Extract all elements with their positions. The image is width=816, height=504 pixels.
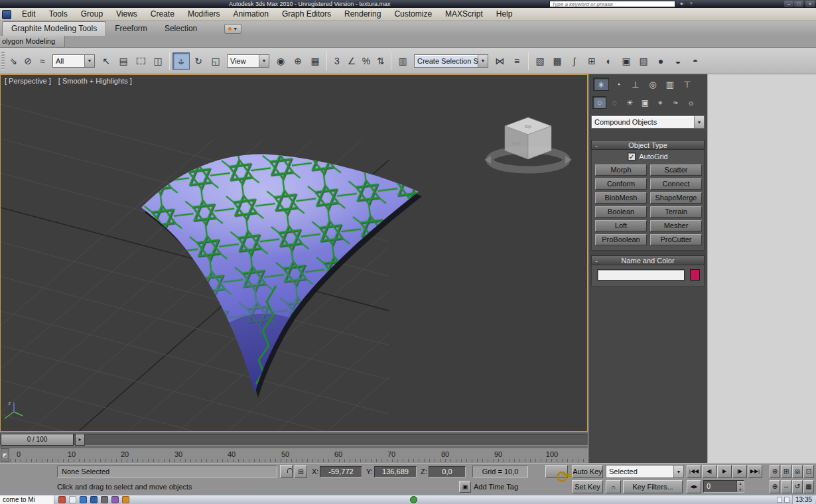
category-helpers[interactable]: ⌖ <box>653 96 667 109</box>
select-and-rotate-button[interactable]: ↻ <box>190 52 207 70</box>
taskbar-app-icon[interactable] <box>122 496 129 503</box>
procutter-button[interactable]: ProCutter <box>650 234 702 245</box>
menu-customize[interactable]: Customize <box>387 8 439 21</box>
next-frame-button[interactable]: |▶ <box>732 465 747 478</box>
category-shapes[interactable]: ◌ <box>608 96 622 109</box>
tab-create[interactable]: ∗ <box>593 78 609 91</box>
frame-number-field[interactable]: 0 ▲▼ <box>703 480 744 493</box>
render-iterative-button[interactable]: ◒ <box>669 52 687 70</box>
selection-filter-dropdown[interactable]: All▼ <box>52 54 95 68</box>
category-lights[interactable]: ☀ <box>623 96 637 109</box>
menu-modifiers[interactable]: Modifiers <box>181 8 227 21</box>
patch-surface-object[interactable] <box>141 131 422 407</box>
orbit-button[interactable]: ↺ <box>792 480 803 493</box>
minimize-button[interactable]: – <box>784 1 793 7</box>
taskbar-app-icon[interactable] <box>58 496 66 503</box>
tab-display[interactable]: ▥ <box>662 78 678 91</box>
frame-spinner[interactable]: ▲▼ <box>736 481 744 492</box>
angle-snap-toggle[interactable]: ∠ <box>344 52 359 70</box>
zoom-region-button[interactable]: ⊡ <box>803 465 814 478</box>
select-and-scale-button[interactable]: ◱ <box>207 52 224 70</box>
key-filters-button[interactable]: Key Filters... <box>623 480 683 493</box>
select-object-button[interactable]: ↖ <box>98 52 115 70</box>
taskbar-3dsmax-icon[interactable] <box>410 496 417 503</box>
mesher-button[interactable]: Mesher <box>650 220 702 231</box>
quick-render-button[interactable]: ◓ <box>687 52 704 70</box>
window-crossing-toggle[interactable]: ◫ <box>149 52 167 70</box>
manage-layers-button[interactable]: ▧ <box>531 52 549 70</box>
select-and-link-button[interactable]: ⇘ <box>6 52 21 70</box>
select-by-name-button[interactable]: ▤ <box>115 52 132 70</box>
morph-button[interactable]: Morph <box>595 164 647 176</box>
shapemerge-button[interactable]: ShapeMerge <box>650 192 702 204</box>
viewport-shading-label[interactable]: [ Smooth + Highlights ] <box>58 77 132 85</box>
tray-icon[interactable] <box>784 497 789 503</box>
infocenter-search-input[interactable] <box>549 1 675 7</box>
close-button[interactable]: × <box>805 1 815 7</box>
toolbar-drag-handle[interactable] <box>1 52 5 70</box>
zoom-button[interactable]: ⊕ <box>770 465 780 478</box>
blobmesh-button[interactable]: BlobMesh <box>595 192 647 204</box>
taskbar-app-icon[interactable] <box>101 496 108 503</box>
help-icon[interactable]: ? <box>687 1 695 7</box>
category-space-warps[interactable]: ≈ <box>669 96 683 109</box>
reference-coordinate-system-dropdown[interactable]: View▼ <box>227 54 269 68</box>
taskbar-app-icon[interactable] <box>111 496 119 503</box>
set-key-button[interactable]: Set Key <box>572 480 603 493</box>
mirror-button[interactable]: ⋈ <box>491 52 508 70</box>
autogrid-checkbox[interactable]: ✓ <box>628 153 636 160</box>
tray-icon[interactable] <box>777 497 782 503</box>
time-tag-icon-button[interactable]: ▣ <box>459 481 471 493</box>
ribbon-display-toggle[interactable]: ▼ <box>224 24 241 34</box>
tab-utilities[interactable]: ⊤ <box>679 78 695 91</box>
menu-maxscript[interactable]: MAXScript <box>439 8 490 21</box>
set-keys-toggle[interactable] <box>545 465 568 478</box>
tab-hierarchy[interactable]: ⊥ <box>628 78 644 91</box>
maximize-button[interactable]: □ <box>794 1 803 7</box>
menu-rendering[interactable]: Rendering <box>338 8 387 21</box>
select-and-manipulate-button[interactable]: ⊕ <box>289 52 306 70</box>
polygon-modeling-panel-tab[interactable]: olygon Modeling <box>0 36 65 48</box>
x-coordinate-field[interactable]: -59,772 <box>320 466 362 477</box>
selection-set-dropdown[interactable]: Selected▼ <box>606 465 684 478</box>
viewport-label[interactable]: [ Perspective ] [ Smooth + Highlights ] <box>5 77 137 85</box>
curve-editor-button[interactable]: ∫ <box>566 52 583 70</box>
name-color-rollout-header[interactable]: - Name and Color <box>591 255 705 265</box>
align-button[interactable]: ≡ <box>508 52 525 70</box>
track-bar[interactable]: 0 10 20 30 40 50 60 70 80 90 100 <box>0 448 588 463</box>
render-production-button[interactable]: ● <box>652 52 669 70</box>
zoom-all-button[interactable]: ⊞ <box>781 465 791 478</box>
application-icon[interactable] <box>2 10 11 19</box>
conform-button[interactable]: Conform <box>595 178 647 190</box>
use-pivot-point-center-button[interactable]: ◉ <box>272 52 289 70</box>
bind-to-space-warp-button[interactable]: ≈ <box>35 52 50 70</box>
time-slider-handle[interactable]: 0 / 100 <box>1 434 74 446</box>
object-name-input[interactable] <box>597 269 685 281</box>
material-editor-button[interactable]: ◐ <box>600 52 618 70</box>
menu-animation[interactable]: Animation <box>227 8 275 21</box>
perspective-viewport[interactable]: [ Perspective ] [ Smooth + Highlights ] <box>0 74 588 432</box>
mini-curve-editor-button[interactable]: ◩ <box>1 448 9 462</box>
go-to-end-button[interactable]: ▶▶| <box>748 465 762 478</box>
category-systems[interactable]: ☼ <box>684 96 698 109</box>
terrain-button[interactable]: Terrain <box>650 206 702 218</box>
edit-named-selection-sets-button[interactable]: ▥ <box>394 52 411 70</box>
tab-modify[interactable]: ◔ <box>610 78 626 91</box>
taskbar-app-icon[interactable] <box>80 496 87 503</box>
time-slider-track[interactable] <box>0 434 588 446</box>
previous-frame-button[interactable]: ◀| <box>702 465 716 478</box>
select-and-move-button[interactable]: ↔↕ <box>172 52 190 70</box>
graphite-ribbon-toggle[interactable]: ▩ <box>549 52 566 70</box>
absolute-offset-mode-toggle[interactable]: ⊞ <box>295 465 307 478</box>
ribbon-tab-freeform[interactable]: Freeform <box>106 22 156 36</box>
taskbar-window-button[interactable]: come to Mi <box>0 495 54 504</box>
field-of-view-button[interactable]: ⊕ <box>770 480 780 493</box>
viewcube[interactable]: top front <box>484 117 572 170</box>
default-tangents-button[interactable]: ∩ <box>606 480 621 493</box>
connect-button[interactable]: Connect <box>650 178 702 190</box>
ribbon-tab-selection[interactable]: Selection <box>156 22 206 36</box>
menu-tools[interactable]: Tools <box>42 8 74 21</box>
category-cameras[interactable]: ▣ <box>638 96 652 109</box>
viewcube-front-label[interactable]: front <box>512 141 520 145</box>
category-geometry[interactable]: ○ <box>592 96 606 109</box>
